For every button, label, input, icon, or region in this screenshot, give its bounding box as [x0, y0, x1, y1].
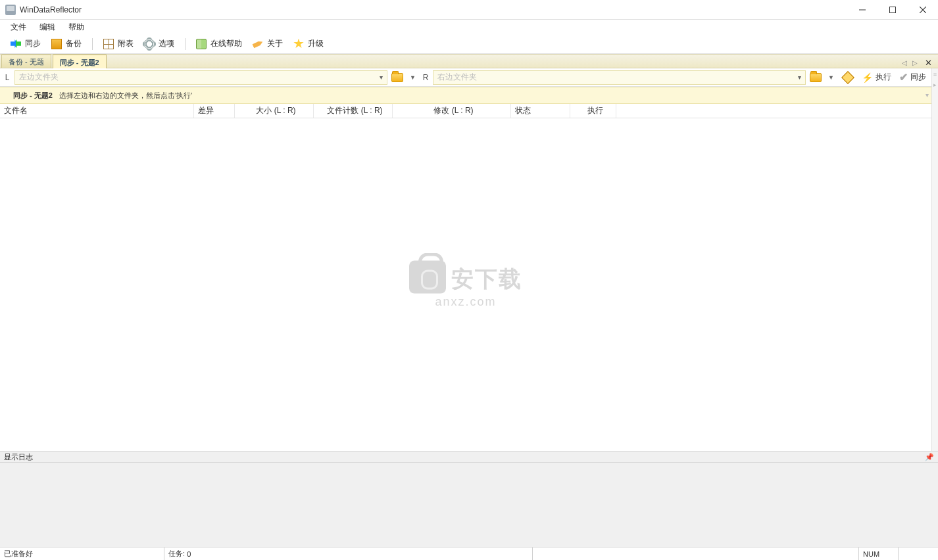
log-title: 显示日志 [4, 452, 33, 462]
run-button-label: 执行 [876, 72, 891, 83]
side-handle-arrow-icon: ▸ [933, 82, 937, 88]
status-empty [533, 548, 859, 560]
status-num: NUM [859, 548, 899, 560]
tab-scroll-right[interactable]: ▷ [912, 59, 918, 66]
side-handle[interactable]: ≡ ▸ [931, 68, 938, 451]
menu-edit[interactable]: 编辑 [33, 20, 62, 34]
run-button[interactable]: ⚡执行 [859, 70, 894, 84]
tag-icon [251, 37, 264, 51]
tabs-bar: 备份 - 无题 同步 - 无题2 ◁ ▷ ✕ [0, 54, 938, 68]
pin-icon[interactable]: 📌 [925, 453, 934, 461]
star-icon [293, 39, 304, 49]
sync-button[interactable]: ✔同步 [897, 70, 929, 85]
pin-icon[interactable] [841, 71, 854, 84]
bag-icon [409, 261, 446, 294]
toolbar-backup-label: 备份 [66, 38, 82, 49]
columns-header: 文件名 差异 大小 (L : R) 文件计数 (L : R) 修改 (L : R… [0, 104, 931, 118]
left-folder-input[interactable]: 左边文件夹 ▾ [14, 70, 387, 85]
toolbar-sync[interactable]: 同步 [7, 37, 45, 51]
hint-text: 选择左边和右边的文件夹，然后点击'执行' [59, 91, 192, 101]
side-handle-icon: ≡ [933, 71, 937, 78]
bolt-icon: ⚡ [862, 72, 873, 83]
toolbar-upgrade[interactable]: 升级 [289, 37, 328, 51]
toolbar-options-label: 选项 [159, 38, 174, 49]
right-browse-button[interactable] [808, 70, 823, 85]
file-list-area: 安下载 anxz.com [0, 118, 931, 451]
book-icon [196, 39, 207, 49]
right-folder-placeholder: 右边文件夹 [437, 72, 477, 83]
col-count[interactable]: 文件计数 (L : R) [314, 104, 393, 118]
sync-button-label: 同步 [910, 72, 926, 83]
col-run[interactable]: 执行 [570, 104, 616, 118]
toolbar-about[interactable]: 关于 [249, 37, 287, 51]
toolbar-backup[interactable]: 备份 [47, 37, 86, 51]
status-bar: 已准备好 任务: 0 NUM [0, 547, 938, 560]
right-label: R [421, 73, 430, 82]
gear-icon [144, 39, 155, 49]
tab-scroll-left[interactable]: ◁ [902, 59, 907, 66]
tab-close-icon[interactable]: ✕ [923, 58, 934, 68]
status-tasks: 任务: 0 [164, 548, 533, 560]
menu-help[interactable]: 帮助 [62, 20, 91, 34]
watermark-big: 安下载 [451, 264, 522, 294]
close-button[interactable] [908, 0, 938, 19]
watermark-small: anxz.com [409, 295, 522, 309]
app-icon [5, 5, 16, 15]
chevron-down-icon[interactable]: ▾ [798, 74, 801, 81]
col-diff[interactable]: 差异 [194, 104, 235, 118]
toolbar-options[interactable]: 选项 [140, 37, 178, 51]
toolbar-sync-label: 同步 [25, 38, 41, 49]
left-browse-dropdown[interactable]: ▼ [407, 74, 418, 81]
chevron-down-icon[interactable]: ▾ [380, 74, 383, 81]
toolbar-about-label: 关于 [267, 38, 283, 49]
app-title: WinDataReflector [20, 5, 82, 14]
check-icon: ✔ [899, 71, 908, 83]
right-browse-dropdown[interactable]: ▼ [826, 74, 837, 81]
sync-icon [11, 39, 21, 49]
log-body [0, 463, 938, 547]
backup-icon [51, 39, 62, 49]
collapse-handle-icon[interactable]: ▾ [926, 91, 929, 99]
toolbar-table-label: 附表 [118, 38, 134, 49]
table-icon [103, 39, 114, 49]
menu-file[interactable]: 文件 [4, 20, 33, 34]
log-header[interactable]: 显示日志 📌 [0, 451, 938, 463]
toolbar-separator [185, 38, 185, 50]
toolbar-upgrade-label: 升级 [308, 38, 324, 49]
left-browse-button[interactable] [390, 70, 405, 85]
title-bar: WinDataReflector [0, 0, 938, 20]
menu-bar: 文件 编辑 帮助 [0, 20, 938, 34]
toolbar-online-help-label: 在线帮助 [210, 38, 242, 49]
col-filename[interactable]: 文件名 [0, 104, 194, 118]
toolbar-separator [92, 38, 93, 50]
col-status[interactable]: 状态 [511, 104, 570, 118]
col-modify[interactable]: 修改 (L : R) [393, 104, 511, 118]
left-label: L [3, 73, 12, 82]
svg-rect-1 [890, 7, 896, 12]
toolbar: 同步 备份 附表 选项 在线帮助 关于 升级 [0, 34, 938, 54]
toolbar-table[interactable]: 附表 [99, 37, 137, 51]
tab-sync-label: 同步 - 无题2 [60, 58, 99, 68]
hint-name: 同步 - 无题2 [13, 91, 53, 101]
status-end [899, 548, 938, 560]
tab-backup[interactable]: 备份 - 无题 [1, 55, 51, 68]
hint-bar: 同步 - 无题2 选择左边和右边的文件夹，然后点击'执行' ▾ [0, 87, 931, 104]
col-size[interactable]: 大小 (L : R) [235, 104, 314, 118]
watermark: 安下载 anxz.com [409, 261, 522, 309]
folder-icon [391, 73, 403, 82]
folder-icon [810, 73, 822, 82]
path-row: L 左边文件夹 ▾ ▼ R 右边文件夹 ▾ ▼ ⚡执行 ✔同步 [0, 68, 931, 87]
tab-backup-label: 备份 - 无题 [9, 57, 44, 67]
maximize-button[interactable] [877, 0, 908, 19]
toolbar-online-help[interactable]: 在线帮助 [192, 37, 246, 51]
right-folder-input[interactable]: 右边文件夹 ▾ [433, 70, 806, 85]
status-ready: 已准备好 [0, 548, 164, 560]
left-folder-placeholder: 左边文件夹 [19, 72, 59, 83]
tab-sync[interactable]: 同步 - 无题2 [53, 55, 107, 68]
minimize-button[interactable] [847, 0, 877, 19]
